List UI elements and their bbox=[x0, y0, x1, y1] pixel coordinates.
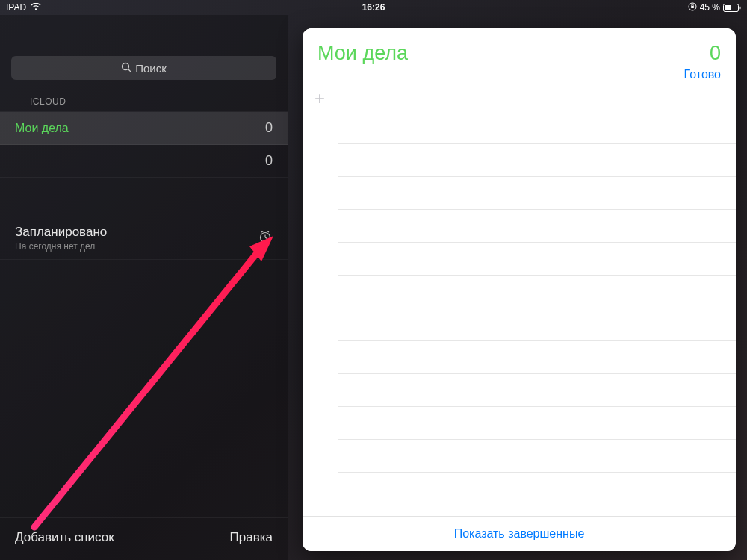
device-label: IPAD bbox=[6, 2, 26, 13]
search-input[interactable]: Поиск bbox=[11, 56, 276, 80]
scheduled-subtitle: На сегодня нет дел bbox=[15, 241, 107, 252]
svg-rect-1 bbox=[691, 6, 694, 8]
plus-icon: + bbox=[314, 88, 325, 109]
battery-icon bbox=[723, 4, 741, 12]
battery-percent: 45 % bbox=[700, 2, 720, 13]
detail-count: 0 bbox=[710, 42, 721, 65]
done-button[interactable]: Готово bbox=[317, 68, 721, 81]
list-line bbox=[338, 177, 736, 210]
list-line bbox=[338, 144, 736, 177]
edit-button[interactable]: Правка bbox=[230, 530, 273, 545]
wifi-icon bbox=[31, 2, 41, 13]
list-line bbox=[338, 374, 736, 407]
list-line bbox=[338, 440, 736, 473]
clock-icon bbox=[258, 229, 273, 247]
sidebar: Поиск ICLOUD Мои дела 0 0 Запланировано … bbox=[0, 15, 288, 560]
svg-line-10 bbox=[261, 231, 264, 233]
sidebar-list-count: 0 bbox=[265, 120, 273, 136]
sidebar-list-item-0[interactable]: Мои дела 0 bbox=[0, 112, 288, 145]
svg-rect-3 bbox=[725, 5, 731, 10]
svg-line-9 bbox=[265, 237, 267, 239]
list-line bbox=[338, 276, 736, 308]
add-reminder-row[interactable]: + bbox=[303, 89, 736, 111]
detail-title: Мои дела bbox=[317, 42, 408, 65]
list-line bbox=[338, 407, 736, 440]
list-line bbox=[338, 308, 736, 341]
sidebar-list-label: Мои дела bbox=[15, 122, 69, 135]
svg-line-6 bbox=[128, 69, 131, 72]
status-time: 16:26 bbox=[362, 2, 385, 13]
list-line bbox=[338, 473, 736, 505]
search-icon bbox=[121, 62, 131, 75]
status-right: 45 % bbox=[688, 2, 741, 13]
svg-line-11 bbox=[267, 231, 270, 233]
status-bar: IPAD 16:26 45 % bbox=[0, 0, 747, 15]
search-placeholder: Поиск bbox=[135, 62, 167, 75]
orientation-lock-icon bbox=[688, 2, 697, 13]
detail-panel: Мои дела 0 Готово + Показать завершенные bbox=[303, 28, 736, 551]
add-list-button[interactable]: Добавить список bbox=[15, 530, 114, 545]
list-line bbox=[338, 243, 736, 276]
sidebar-list-count: 0 bbox=[265, 153, 273, 169]
svg-point-5 bbox=[123, 63, 129, 69]
detail-header: Мои дела 0 Готово bbox=[303, 28, 736, 89]
reminder-list-area[interactable] bbox=[303, 111, 736, 516]
sidebar-list-item-1[interactable]: 0 bbox=[0, 145, 288, 178]
list-line bbox=[338, 111, 736, 144]
list-line bbox=[338, 210, 736, 243]
list-line bbox=[338, 341, 736, 374]
section-header-icloud: ICLOUD bbox=[0, 89, 288, 112]
svg-rect-4 bbox=[740, 6, 741, 9]
scheduled-title: Запланировано bbox=[15, 225, 107, 240]
sidebar-footer: Добавить список Правка bbox=[0, 517, 288, 560]
show-completed-button[interactable]: Показать завершенные bbox=[303, 516, 736, 551]
sidebar-scheduled[interactable]: Запланировано На сегодня нет дел bbox=[0, 217, 288, 260]
status-left: IPAD bbox=[6, 2, 41, 13]
